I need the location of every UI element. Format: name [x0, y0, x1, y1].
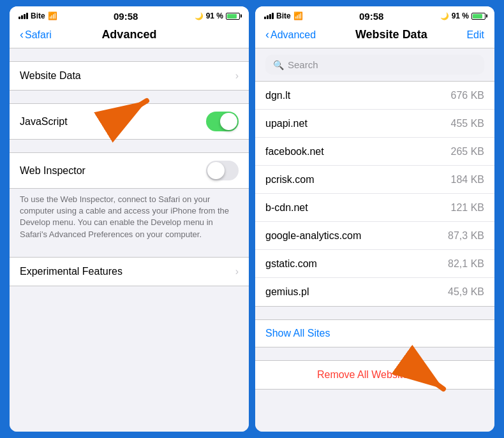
- site-size-2: 265 KB: [451, 146, 484, 157]
- page-title-right: Website Data: [355, 28, 427, 41]
- site-name-0: dgn.lt: [265, 90, 290, 101]
- sites-list: dgn.lt 676 KB upapi.net 455 KB facebook.…: [255, 81, 494, 307]
- search-placeholder: Search: [288, 59, 318, 70]
- site-name-7: gemius.pl: [265, 286, 309, 298]
- list-item[interactable]: upapi.net 455 KB: [255, 110, 494, 138]
- back-button-right[interactable]: ‹ Advanced: [265, 28, 316, 41]
- site-size-3: 184 KB: [451, 174, 484, 186]
- nav-bar-right: ‹ Advanced Website Data Edit: [255, 24, 494, 48]
- battery-right: 91 %: [452, 11, 469, 20]
- list-item[interactable]: pcrisk.com 184 KB: [255, 166, 494, 194]
- web-inspector-toggle[interactable]: [206, 161, 239, 180]
- chevron-right-icon: ›: [235, 70, 239, 82]
- carrier-left: Bite: [31, 11, 45, 20]
- site-name-2: facebook.net: [265, 146, 324, 157]
- web-inspector-section: Web Inspector To use the Web Inspector, …: [10, 152, 249, 251]
- signal-icon: [19, 13, 28, 19]
- site-name-4: b-cdn.net: [265, 202, 308, 214]
- time-left: 09:58: [114, 11, 138, 22]
- web-inspector-row: Web Inspector: [10, 153, 249, 188]
- remove-section: Remove All Website Data: [255, 360, 494, 390]
- site-size-7: 45,9 KB: [448, 286, 484, 298]
- search-icon: 🔍: [273, 60, 284, 70]
- nav-bar-left: ‹ Safari Advanced: [10, 24, 249, 48]
- web-inspector-description: To use the Web Inspector, connect to Saf…: [10, 189, 249, 251]
- page-title-left: Advanced: [101, 28, 156, 41]
- site-size-0: 676 KB: [451, 90, 484, 101]
- experimental-section: Experimental Features ›: [10, 257, 249, 286]
- time-right: 09:58: [359, 11, 383, 22]
- list-item[interactable]: b-cdn.net 121 KB: [255, 194, 494, 222]
- battery-icon-right: [471, 13, 485, 20]
- content-right: 🔍 Search dgn.lt 676 KB upapi.net 455 KB …: [255, 48, 494, 432]
- moon-icon-right: 🌙: [440, 12, 449, 20]
- back-button-left[interactable]: ‹ Safari: [20, 28, 52, 41]
- status-bar-right: Bite 📶 09:58 🌙 91 %: [255, 6, 494, 24]
- site-size-1: 455 KB: [451, 118, 484, 129]
- show-all-button[interactable]: Show All Sites: [265, 328, 330, 339]
- show-all-section: Show All Sites: [255, 319, 494, 347]
- javascript-section: JavaScript: [10, 103, 249, 140]
- website-data-section: Website Data ›: [10, 61, 249, 91]
- site-name-3: pcrisk.com: [265, 174, 314, 186]
- list-item[interactable]: facebook.net 265 KB: [255, 138, 494, 166]
- content-left: Website Data › JavaScript: [10, 48, 249, 432]
- site-name-5: google-analytics.com: [265, 230, 361, 242]
- battery-left: 91 %: [206, 11, 223, 20]
- edit-button[interactable]: Edit: [466, 29, 484, 41]
- chevron-back-icon-left: ‹: [20, 28, 24, 41]
- battery-icon-left: [226, 13, 240, 20]
- javascript-toggle[interactable]: [206, 112, 239, 131]
- status-bar-left: Bite 📶 09:58 🌙 91 %: [10, 6, 249, 24]
- site-size-6: 82,1 KB: [448, 258, 484, 270]
- site-size-5: 87,3 KB: [448, 230, 484, 242]
- javascript-row: JavaScript: [10, 104, 249, 139]
- website-data-label: Website Data: [20, 70, 81, 82]
- chevron-back-icon-right: ‹: [265, 28, 269, 41]
- experimental-row[interactable]: Experimental Features ›: [10, 258, 249, 286]
- site-name-1: upapi.net: [265, 118, 308, 129]
- website-data-row[interactable]: Website Data ›: [10, 62, 249, 90]
- carrier-right: Bite: [276, 11, 291, 20]
- moon-icon: 🌙: [195, 12, 204, 20]
- back-label-left: Safari: [25, 29, 52, 41]
- remove-all-button[interactable]: Remove All Website Data: [317, 369, 433, 380]
- javascript-label: JavaScript: [20, 116, 68, 128]
- list-item[interactable]: dgn.lt 676 KB: [255, 82, 494, 110]
- chevron-experimental-icon: ›: [235, 266, 239, 277]
- list-item[interactable]: google-analytics.com 87,3 KB: [255, 222, 494, 250]
- search-bar[interactable]: 🔍 Search: [265, 55, 484, 75]
- wifi-icon-right: 📶: [293, 11, 303, 20]
- list-item[interactable]: gemius.pl 45,9 KB: [255, 278, 494, 306]
- experimental-label: Experimental Features: [20, 266, 122, 277]
- site-name-6: gstatic.com: [265, 258, 317, 270]
- signal-icon-right: [264, 13, 274, 19]
- site-size-4: 121 KB: [451, 202, 484, 214]
- back-label-right: Advanced: [271, 29, 316, 41]
- wifi-icon: 📶: [48, 11, 57, 20]
- list-item[interactable]: gstatic.com 82,1 KB: [255, 250, 494, 278]
- web-inspector-label: Web Inspector: [20, 165, 85, 177]
